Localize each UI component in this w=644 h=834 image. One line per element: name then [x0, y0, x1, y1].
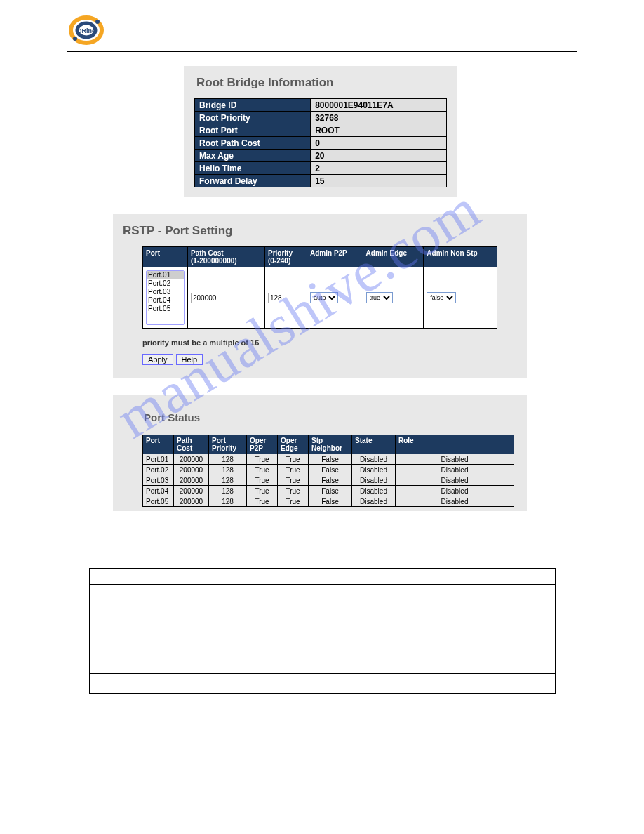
priority-input[interactable]: [268, 293, 290, 303]
footer-right: 41: [570, 722, 577, 729]
ps-th: PortPriority: [209, 435, 247, 454]
admin-p2p-select[interactable]: auto: [310, 292, 338, 303]
ps-th: OperP2P: [247, 435, 278, 454]
ref-label: Port No.: [89, 585, 201, 630]
rb-label: Max Age: [195, 150, 311, 162]
figure-caption: RSTP Port Setting interface: [67, 528, 577, 538]
rb-label: Hello Time: [195, 162, 311, 175]
port-option[interactable]: Port.04: [147, 296, 184, 305]
ref-label: Priority: [89, 674, 201, 694]
help-button[interactable]: Help: [176, 354, 203, 365]
admin-nonstp-select[interactable]: false: [427, 292, 456, 303]
port-option[interactable]: Port.01: [147, 271, 184, 279]
table-row: Port.03 200000 128 True True False Disab…: [143, 475, 514, 486]
rstp-th-edge: Admin Edge: [363, 247, 424, 267]
rb-label: Bridge ID: [195, 99, 311, 112]
port-status-title: Port Status: [144, 411, 517, 423]
port-option[interactable]: Port.05: [147, 305, 184, 313]
rb-label: Root Priority: [195, 112, 311, 124]
header-product: IES-3080 / IES-3062 Series User's Manual: [431, 25, 577, 34]
rstp-title: RSTP - Port Setting: [123, 224, 517, 238]
ref-th-label: Label: [89, 569, 201, 585]
table-row: Port.02 200000 128 True True False Disab…: [143, 465, 514, 475]
doc-description: The following table describes the labels…: [67, 552, 577, 562]
ps-th: StpNeighbor: [309, 435, 352, 454]
rb-value: 2: [311, 162, 447, 175]
root-bridge-table: Bridge ID8000001E94011E7A Root Priority3…: [194, 98, 447, 187]
brand-logo: ORing: [67, 14, 106, 46]
rstp-th-p2p: Admin P2P: [307, 247, 363, 267]
page-footer: ORing Industrial Networking Corp. 41: [67, 722, 577, 729]
rb-value: ROOT: [311, 124, 447, 137]
rb-label: Root Port: [195, 124, 311, 137]
root-bridge-title: Root Bridge Information: [196, 76, 448, 90]
path-cost-input[interactable]: [191, 293, 227, 303]
port-status-table: Port PathCost PortPriority OperP2P OperE…: [142, 435, 514, 507]
rstp-panel: RSTP - Port Setting Port Path Cost (1-20…: [113, 214, 527, 378]
ref-label: Path Cost: [89, 630, 201, 674]
ps-th: Role: [396, 435, 514, 454]
table-row: Port.01 200000 128 True True False Disab…: [143, 454, 514, 465]
root-bridge-panel: Root Bridge Information Bridge ID8000001…: [184, 66, 457, 197]
apply-button[interactable]: Apply: [142, 354, 173, 365]
rstp-th-nonstp: Admin Non Stp: [424, 247, 497, 267]
rb-label: Root Path Cost: [195, 137, 311, 150]
ps-th: PathCost: [174, 435, 209, 454]
port-status-panel: Port Status Port PathCost PortPriority O…: [113, 395, 527, 511]
ps-th: OperEdge: [278, 435, 309, 454]
admin-edge-select[interactable]: true: [366, 292, 393, 303]
table-row: Port.05 200000 128 True True False Disab…: [143, 496, 514, 507]
svg-point-2: [95, 20, 100, 24]
table-row: Port.04 200000 128 True True False Disab…: [143, 486, 514, 496]
port-select[interactable]: Port.01 Port.02 Port.03 Port.04 Port.05: [146, 270, 185, 325]
reference-table: Label Description Port No. The port numb…: [89, 568, 556, 694]
rb-value: 15: [311, 175, 447, 187]
svg-point-3: [73, 37, 77, 41]
ps-th: State: [352, 435, 396, 454]
ref-desc: The port number to be configured. One or…: [201, 585, 555, 630]
header-product-line1: IES-3080 / IES-3062 Series User's Manual: [431, 25, 577, 34]
svg-text:ORing: ORing: [77, 27, 96, 34]
footer-left: ORing Industrial Networking Corp.: [67, 722, 173, 729]
ref-desc: The cost of the path to the other bridge…: [201, 630, 555, 674]
rb-value: 20: [311, 150, 447, 162]
rstp-th-pathcost: Path Cost (1-200000000): [188, 247, 265, 267]
port-option[interactable]: Port.03: [147, 288, 184, 296]
rstp-table: Port Path Cost (1-200000000) Priority (0…: [142, 246, 497, 329]
ps-th: Port: [143, 435, 174, 454]
rb-value: 0: [311, 137, 447, 150]
port-option[interactable]: Port.02: [147, 279, 184, 288]
rb-label: Forward Delay: [195, 175, 311, 187]
rb-value: 8000001E94011E7A: [311, 99, 447, 112]
ref-th-desc: Description: [201, 569, 555, 585]
rstp-th-port: Port: [143, 247, 188, 267]
page-header: ORing IES-3080 / IES-3062 Series User's …: [67, 14, 577, 52]
ref-desc: Decide which port should be blocked by p…: [201, 674, 555, 694]
rb-value: 32768: [311, 112, 447, 124]
rstp-th-priority: Priority (0-240): [265, 247, 307, 267]
priority-note: priority must be a multiple of 16: [142, 338, 517, 347]
